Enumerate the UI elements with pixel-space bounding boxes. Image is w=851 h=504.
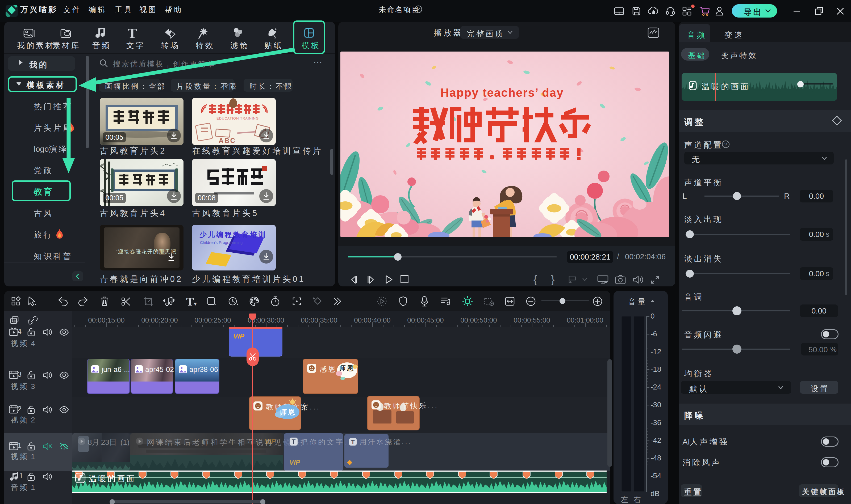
- svg-text:?: ?: [725, 142, 727, 147]
- svg-text:师恩: 师恩: [279, 408, 296, 416]
- svg-text:T: T: [351, 439, 355, 445]
- svg-text:Happy teachers’ day: Happy teachers’ day: [440, 86, 564, 99]
- svg-text:师恩: 师恩: [339, 364, 355, 372]
- svg-text:T: T: [292, 438, 296, 445]
